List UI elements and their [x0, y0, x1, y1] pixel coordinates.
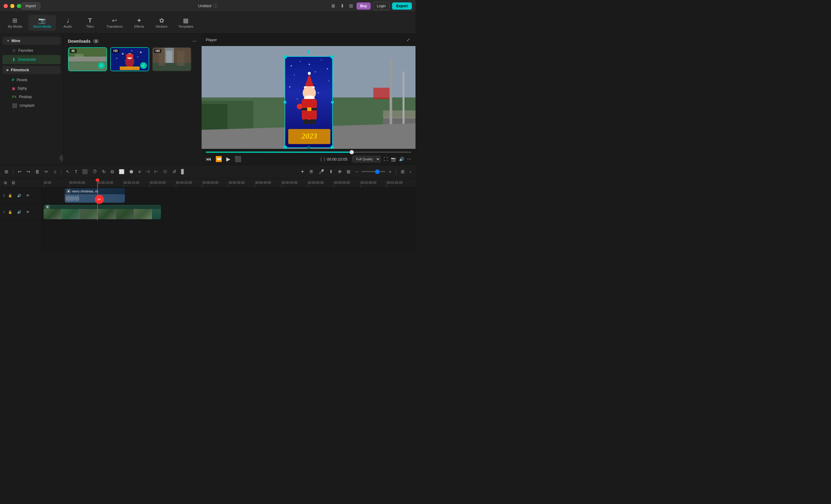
- window-title: Untitled: [198, 4, 211, 8]
- reverse-button[interactable]: ↺: [171, 168, 178, 176]
- player-fullscreen-button[interactable]: ⛶: [383, 157, 388, 161]
- track-2-eye-icon[interactable]: 👁: [25, 192, 31, 199]
- sidebar-collapse-button[interactable]: ‹: [59, 154, 63, 162]
- sidebar-item-unsplash[interactable]: ⬛ Unsplash: [2, 101, 60, 110]
- sidebar-mine-header[interactable]: ▼ Mine: [2, 37, 60, 45]
- tab-stock-media[interactable]: 📷 Stock Media: [28, 15, 56, 31]
- wbar: [69, 196, 70, 201]
- loop-button[interactable]: ↻: [101, 168, 107, 176]
- maximize-button[interactable]: [17, 4, 21, 8]
- sidebar-item-favorites[interactable]: ☆ Favorites: [2, 46, 60, 55]
- sidebar-item-downloads[interactable]: ⬇ Downloads: [2, 55, 60, 64]
- player-step-back-button[interactable]: ⏪: [216, 156, 222, 162]
- track-1-lock-icon[interactable]: 🔓: [7, 209, 14, 215]
- add-track-button[interactable]: ⊞: [2, 180, 8, 186]
- player-rewind-button[interactable]: ⏮: [206, 156, 211, 162]
- speed-button[interactable]: ⏲: [162, 168, 169, 175]
- histogram-button[interactable]: ▊: [180, 168, 186, 176]
- tab-titles[interactable]: T Titles: [80, 15, 101, 31]
- santa-stars-svg: 2023: [285, 57, 332, 147]
- player-expand-icon[interactable]: ⤢: [405, 36, 411, 43]
- mosaic-button[interactable]: ⊠: [345, 168, 352, 176]
- media-item-3[interactable]: HD: [152, 47, 191, 71]
- frame-3: [80, 209, 98, 219]
- track-clip-1[interactable]: ▶: [44, 205, 161, 219]
- player-screenshot-button[interactable]: 📷: [391, 157, 396, 161]
- sidebar-item-giphy[interactable]: ▦ Giphy: [2, 84, 60, 93]
- trim-button[interactable]: ⬛: [81, 168, 89, 176]
- import-button[interactable]: Import: [21, 2, 40, 10]
- split-button[interactable]: ⊣: [144, 168, 151, 176]
- svg-rect-2: [68, 57, 107, 61]
- media-more-button[interactable]: ···: [192, 38, 197, 44]
- tab-audio[interactable]: ♩ Audio: [57, 15, 78, 31]
- player-play-button[interactable]: ▶: [226, 156, 230, 162]
- text-tool-button[interactable]: T: [73, 168, 79, 175]
- layout-icon[interactable]: ⊞: [348, 2, 354, 10]
- tab-my-media[interactable]: ⊞ My Media: [3, 15, 27, 31]
- frame-strip-1: [44, 209, 161, 219]
- player-stop-button[interactable]: ⬛: [235, 156, 241, 162]
- link-track-button[interactable]: ⛓: [10, 180, 17, 186]
- player-volume-button[interactable]: 🔊: [399, 157, 404, 161]
- player-more-button[interactable]: ⋯: [407, 157, 411, 161]
- transform-button[interactable]: ⧉: [109, 168, 116, 176]
- media-item-2[interactable]: HD ✓: [110, 47, 149, 71]
- export-button[interactable]: Export: [392, 2, 412, 10]
- media-item-1[interactable]: 4K ✓: [68, 47, 107, 71]
- sparkle-button[interactable]: ❉: [336, 168, 343, 176]
- thumb-1-label: 4K: [70, 49, 77, 53]
- monitor-icon[interactable]: 🖥: [329, 2, 337, 10]
- effects-icon: ✦: [137, 18, 142, 24]
- undo-button[interactable]: ↩: [16, 168, 23, 176]
- sidebar-filmstock-header[interactable]: ▶ Filmstock: [2, 66, 60, 74]
- scissors-badge[interactable]: ✂: [95, 195, 104, 204]
- tab-stickers[interactable]: ✿ Stickers: [151, 15, 172, 31]
- export-tl-button[interactable]: ⬆: [328, 168, 335, 176]
- player-progress-bar[interactable]: [206, 152, 411, 153]
- svg-text:00:00:50:00: 00:00:50:00: [308, 181, 324, 184]
- audio-eq-button[interactable]: ≡: [137, 168, 142, 175]
- track-1-volume-icon[interactable]: 🔊: [16, 209, 23, 215]
- zoom-out-button[interactable]: −: [354, 168, 360, 175]
- crop-button[interactable]: ⬜: [117, 168, 126, 176]
- magic-button[interactable]: ✦: [299, 168, 306, 176]
- sidebar-item-pexels[interactable]: P Pexels: [2, 76, 60, 84]
- more-tl-button[interactable]: ›: [408, 168, 412, 175]
- track-label-1: 1 🔓 🔊 👁: [0, 204, 42, 220]
- fill-button[interactable]: ⬟: [128, 168, 135, 176]
- svg-rect-54: [303, 119, 309, 124]
- tab-templates[interactable]: ▦ Templates: [174, 15, 198, 31]
- layout-tl-button[interactable]: ⊞: [399, 168, 406, 176]
- wbar: [67, 196, 67, 201]
- download-icon[interactable]: ⬇: [339, 2, 345, 10]
- login-button[interactable]: Login: [373, 2, 390, 10]
- crop2-button[interactable]: ⊢: [153, 168, 160, 176]
- sidebar-item-pixabay[interactable]: PX Pixabay: [2, 93, 60, 101]
- minimize-button[interactable]: [10, 4, 15, 8]
- delete-button[interactable]: 🗑: [34, 168, 41, 175]
- timeline-toolbar: ⊞ ↩ ↪ 🗑 ✂ ♫ ↖ T ⬛ ⏱ ↻ ⧉ ⬜ ⬟ ≡ ⊣ ⊢ ⏲ ↺ ▊ …: [0, 165, 416, 178]
- shield-button[interactable]: ⛨: [308, 168, 315, 175]
- pointer-button[interactable]: ↖: [64, 168, 71, 176]
- cut-button[interactable]: ✂: [43, 168, 50, 176]
- timeline-grid-button[interactable]: ⊞: [3, 168, 10, 176]
- close-button[interactable]: [4, 4, 8, 8]
- tracks-container: 00:00 00:00:05:00 00:00:10:00 00:00:15:0…: [42, 178, 416, 252]
- svg-point-34: [291, 65, 292, 66]
- player-progress-handle[interactable]: [350, 150, 354, 154]
- tab-transitions[interactable]: ↩ Transitions: [102, 15, 127, 31]
- buy-button[interactable]: Buy: [356, 2, 371, 10]
- redo-button[interactable]: ↪: [25, 168, 32, 176]
- zoom-slider[interactable]: [361, 171, 385, 172]
- track-2-lock-icon[interactable]: 🔓: [7, 192, 14, 199]
- tab-effects[interactable]: ✦ Effects: [129, 15, 150, 31]
- audio-detach-button[interactable]: ♫: [52, 168, 58, 175]
- track-1-eye-icon[interactable]: 👁: [25, 209, 31, 215]
- track-2-volume-icon[interactable]: 🔊: [16, 192, 23, 199]
- svg-point-6: [122, 53, 124, 55]
- player-quality-select[interactable]: Full Quality: [352, 156, 381, 162]
- timer-button[interactable]: ⏱: [91, 168, 99, 175]
- mic-button[interactable]: 🎤: [317, 168, 326, 176]
- zoom-in-button[interactable]: +: [387, 168, 393, 175]
